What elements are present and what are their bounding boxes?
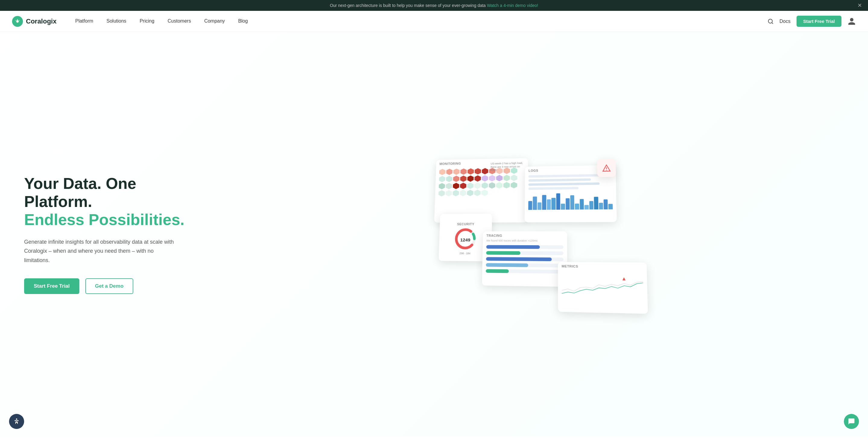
trace-bar-fill	[486, 245, 540, 249]
hex-cell	[474, 182, 481, 189]
monitoring-alert-text: US-week-2 has a high load, there are 3 n…	[490, 162, 525, 172]
nav-item-solutions[interactable]: Solutions	[100, 11, 133, 32]
security-stats: 298 · 184	[459, 252, 470, 255]
user-icon	[847, 17, 856, 26]
logo-text: Coralogix	[26, 18, 56, 25]
svg-point-1	[17, 19, 18, 20]
nav-item-pricing[interactable]: Pricing	[133, 11, 161, 32]
nav-item-company[interactable]: Company	[197, 11, 231, 32]
log-line	[528, 182, 599, 186]
tracing-bars	[482, 243, 567, 276]
trace-bar-bg	[486, 269, 564, 273]
hex-cell	[474, 175, 481, 182]
hero-demo-button[interactable]: Get a Demo	[85, 278, 133, 294]
hex-cell	[467, 175, 473, 182]
trace-bar-row	[486, 269, 564, 273]
hex-cell	[439, 169, 445, 175]
hex-cell	[482, 190, 488, 196]
announcement-bar: Our next-gen architecture is built to he…	[0, 0, 868, 11]
nav-item-platform[interactable]: Platform	[68, 11, 100, 32]
hero-section: Your Data. One Platform. Endless Possibi…	[0, 32, 868, 437]
nav-right: Docs Start Free Trial	[768, 16, 856, 27]
metrics-label: Metrics	[558, 262, 647, 270]
log-bar	[575, 204, 579, 210]
hex-cell	[510, 175, 517, 181]
hex-cell	[460, 168, 467, 175]
chat-button[interactable]	[844, 414, 859, 429]
nav-item-customers[interactable]: Customers	[161, 11, 197, 32]
svg-text:1249: 1249	[460, 237, 470, 242]
tracing-subtitle: We found 500 traces with duration >120ms	[483, 239, 567, 243]
trace-bar-bg	[486, 245, 563, 249]
security-label: Security	[454, 220, 478, 227]
hex-cell	[460, 182, 466, 189]
user-account-button[interactable]	[847, 17, 856, 26]
alert-triangle-icon	[602, 164, 611, 172]
log-bar	[533, 196, 537, 210]
hex-cell	[467, 168, 474, 175]
svg-line-5	[772, 22, 773, 24]
log-bar	[580, 199, 584, 210]
main-nav: Platform Solutions Pricing Customers Com…	[68, 11, 767, 32]
log-bar	[552, 198, 556, 210]
chat-icon	[848, 418, 855, 425]
nav-item-blog[interactable]: Blog	[231, 11, 254, 32]
announcement-link[interactable]: Watch a 4-min demo video!	[487, 3, 538, 8]
hero-title-green: Endless Possibilities.	[24, 211, 205, 229]
docs-link[interactable]: Docs	[780, 19, 790, 24]
log-bar	[537, 202, 541, 210]
close-announcement-button[interactable]: ✕	[858, 3, 862, 8]
trace-bar-fill	[486, 251, 521, 255]
logo-link[interactable]: Coralogix	[12, 16, 56, 27]
log-line	[528, 187, 579, 190]
hex-cell	[482, 168, 488, 174]
svg-point-14	[16, 418, 17, 419]
hex-cell	[510, 182, 517, 189]
hero-description: Generate infinite insights for all obser…	[24, 237, 175, 265]
hex-cell	[467, 182, 473, 189]
trace-bar-fill	[486, 263, 528, 267]
header-start-trial-button[interactable]: Start Free Trial	[797, 16, 841, 27]
hex-cell	[489, 175, 496, 181]
log-bar	[603, 199, 608, 209]
accessibility-icon	[13, 418, 20, 425]
trace-bar-fill	[486, 257, 552, 261]
hex-cell	[496, 175, 503, 181]
alert-card	[597, 159, 616, 177]
hero-buttons: Start Free Trial Get a Demo	[24, 278, 205, 294]
donut-svg: 1249	[453, 227, 477, 250]
hero-content: Your Data. One Platform. Endless Possibi…	[24, 175, 205, 294]
log-bar	[589, 201, 593, 209]
hex-cell	[446, 183, 452, 189]
log-bar-chart	[525, 193, 617, 211]
hex-cell	[496, 182, 503, 189]
hero-start-trial-button[interactable]: Start Free Trial	[24, 278, 79, 294]
accessibility-button[interactable]	[9, 414, 24, 429]
dashboard-stack: Monitoring	[431, 156, 622, 316]
log-bar	[528, 201, 532, 210]
hex-cell	[467, 190, 473, 196]
svg-point-3	[16, 20, 16, 21]
trace-bar-bg	[486, 263, 563, 267]
hex-cell	[453, 190, 459, 196]
log-bar	[608, 204, 613, 209]
log-line	[528, 178, 591, 182]
log-bar	[542, 195, 547, 210]
log-bar	[585, 205, 589, 209]
hex-cell	[438, 190, 445, 196]
hex-cell	[446, 176, 453, 182]
trace-bar-row	[486, 251, 564, 255]
hex-cell	[482, 182, 488, 189]
metrics-line-chart	[562, 272, 644, 298]
hex-cell	[446, 169, 453, 175]
hex-cell	[474, 190, 481, 196]
hex-cell	[460, 176, 467, 182]
log-bar	[599, 203, 603, 209]
security-donut-chart: 1249	[453, 227, 477, 250]
metrics-card: Metrics	[558, 262, 648, 313]
log-bar	[570, 195, 575, 210]
announcement-text: Our next-gen architecture is built to he…	[330, 3, 486, 8]
hex-cell	[482, 175, 488, 181]
hex-cell	[503, 175, 510, 181]
search-button[interactable]	[768, 19, 774, 24]
